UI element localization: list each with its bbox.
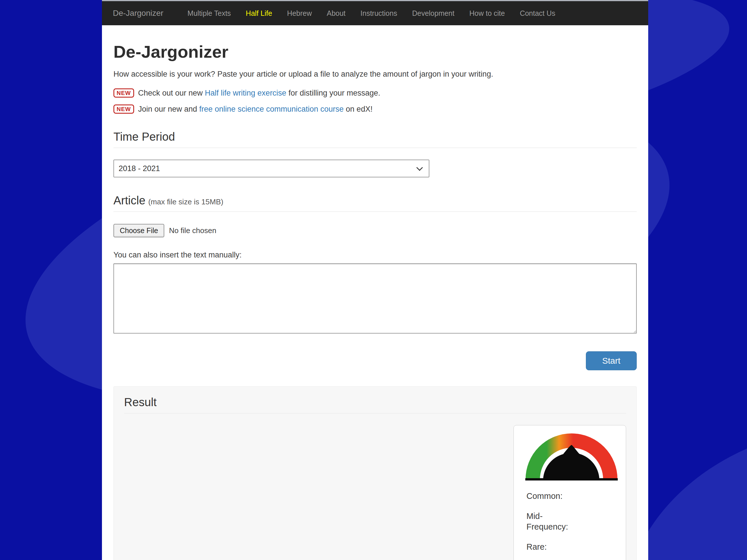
- divider: [124, 413, 626, 414]
- article-section: Article(max file size is 15MB) Choose Fi…: [113, 194, 637, 335]
- notice-half-life: NEW Check out our new Half life writing …: [113, 88, 637, 98]
- nav-item-multiple-texts[interactable]: Multiple Texts: [180, 9, 238, 18]
- divider: [113, 211, 637, 212]
- nav-item-instructions[interactable]: Instructions: [353, 9, 405, 18]
- half-life-exercise-link[interactable]: Half life writing exercise: [205, 89, 286, 97]
- file-status-text: No file chosen: [169, 226, 216, 235]
- time-period-select[interactable]: 2018 - 2021: [113, 160, 429, 178]
- choose-file-button[interactable]: Choose File: [113, 224, 164, 237]
- gauge-image: [525, 431, 618, 480]
- new-badge: NEW: [113, 105, 134, 114]
- result-panel: Result: [113, 386, 637, 560]
- result-heading: Result: [124, 396, 626, 408]
- label-rare: Rare:: [526, 542, 583, 552]
- start-button[interactable]: Start: [586, 351, 637, 370]
- navbar-brand[interactable]: De-Jargonizer: [113, 9, 163, 18]
- nav-item-about[interactable]: About: [319, 9, 353, 18]
- notice-text: Check out our new Half life writing exer…: [138, 89, 380, 98]
- time-period-section: Time Period 2018 - 2021: [113, 130, 637, 178]
- manual-entry-label: You can also insert the text manually:: [113, 250, 637, 260]
- time-period-heading: Time Period: [113, 130, 637, 143]
- label-common: Common:: [526, 491, 583, 502]
- article-textarea[interactable]: [113, 264, 637, 334]
- page-column: De-Jargonizer Multiple Texts Half Life H…: [102, 0, 648, 560]
- intro-text: How accessible is your work? Paste your …: [113, 69, 637, 79]
- notice-edx-course: NEW Join our new and free online science…: [113, 105, 637, 114]
- notice-text: Join our new and free online science com…: [138, 105, 372, 114]
- result-labels: Common: Mid-Frequency: Rare: Suitability…: [526, 491, 583, 560]
- new-badge: NEW: [113, 88, 134, 98]
- file-size-note: (max file size is 15MB): [148, 197, 224, 206]
- nav-item-half-life[interactable]: Half Life: [238, 9, 280, 18]
- nav-item-hebrew[interactable]: Hebrew: [280, 9, 319, 18]
- nav-item-how-to-cite[interactable]: How to cite: [462, 9, 512, 18]
- article-heading: Article(max file size is 15MB): [113, 194, 637, 207]
- suitability-gauge: [525, 431, 619, 482]
- page-title: De-Jargonizer: [113, 42, 637, 62]
- divider: [113, 148, 637, 148]
- label-mid-frequency: Mid-Frequency:: [526, 511, 583, 532]
- result-card: Common: Mid-Frequency: Rare: Suitability…: [514, 425, 626, 560]
- nav-item-contact-us[interactable]: Contact Us: [512, 9, 563, 18]
- navbar: De-Jargonizer Multiple Texts Half Life H…: [102, 1, 648, 25]
- main-content: De-Jargonizer How accessible is your wor…: [102, 42, 648, 560]
- edx-course-link[interactable]: free online science communication course: [199, 105, 344, 113]
- gauge-baseline: [525, 478, 618, 480]
- nav-item-development[interactable]: Development: [405, 9, 462, 18]
